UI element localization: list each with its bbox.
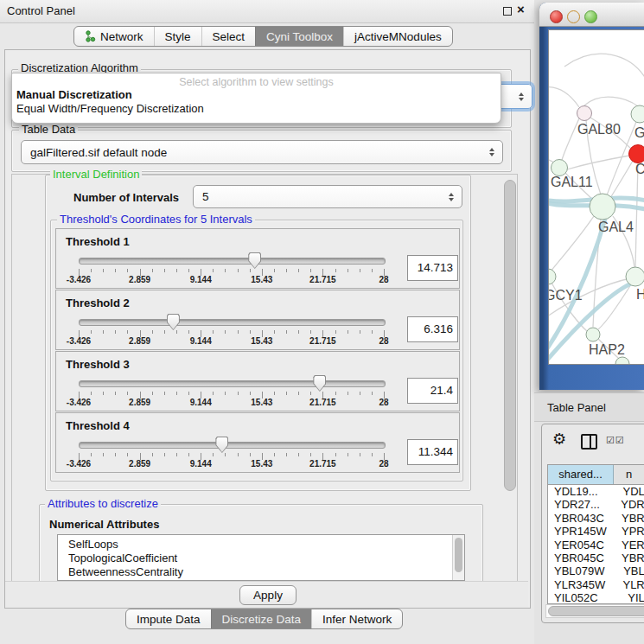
dropdown-option-equal-width-frequency-discretization[interactable]: Equal Width/Frequency Discretization	[12, 102, 501, 116]
network-node-ga[interactable]	[631, 105, 644, 123]
tab-label: jActiveMNodules	[354, 30, 442, 43]
numerical-attributes-list[interactable]: SelfLoopsTopologicalCoefficientBetweenne…	[57, 534, 465, 581]
tab-impute-data[interactable]: Impute Data	[126, 609, 211, 628]
threshold-label: Threshold 1	[66, 235, 130, 248]
horizontal-scrollbar[interactable]	[548, 606, 644, 616]
table-row[interactable]: YIL052CYIL0	[548, 591, 644, 604]
network-node-c[interactable]	[629, 145, 644, 163]
table-header-row: shared... n	[548, 465, 644, 485]
table-row[interactable]: YER054CYER0	[548, 539, 644, 552]
table-data-combo[interactable]: galFiltered.sif default node	[21, 140, 503, 164]
threshold-row-1: Threshold 1-3.4262.8599.14415.4321.71528…	[55, 228, 460, 289]
table-row[interactable]: YBR045CYBR0	[548, 552, 644, 564]
cell-shared-name: YDL19...	[548, 485, 613, 498]
threshold-row-2: Threshold 2-3.4262.8599.14415.4321.71528…	[55, 290, 460, 350]
node-label: GAL80	[577, 122, 621, 137]
zoom-traffic-light-icon[interactable]	[584, 10, 597, 23]
slider-track[interactable]	[79, 258, 386, 265]
tab-label: Network	[100, 30, 143, 43]
network-node-hap2[interactable]	[586, 328, 600, 341]
gear-icon[interactable]: ⚙	[552, 431, 566, 447]
table-panel: ⚙ ☑☑ shared... n YDL19...YDL1YDR27...YDR…	[541, 424, 644, 623]
network-edge	[635, 163, 638, 267]
tab-network[interactable]: Network	[74, 27, 154, 46]
network-edge	[584, 97, 638, 106]
columns-icon[interactable]	[581, 434, 597, 450]
apply-button[interactable]: Apply	[239, 585, 296, 605]
network-node-gal11[interactable]	[552, 160, 568, 176]
dropdown-options: Manual DiscretizationEqual Width/Frequen…	[12, 88, 501, 116]
dropdown-hint: Select algorithm to view settings	[12, 73, 501, 88]
table-row[interactable]: YDR27...YDR2	[548, 498, 644, 511]
table-row[interactable]: YPR145WYPR1	[548, 525, 644, 538]
node-label: GA	[634, 125, 644, 140]
list-scrollbar[interactable]	[455, 538, 462, 572]
slider-track[interactable]	[79, 442, 386, 449]
tab-label: Style	[165, 30, 191, 43]
network-node-gcy1[interactable]	[549, 269, 556, 284]
cell-shared-name: YBR045C	[548, 552, 612, 564]
tab-cyni-toolbox[interactable]: Cyni Toolbox	[255, 27, 343, 46]
network-canvas[interactable]: GAL80GACGAL11GAL4GCY1HHAP2	[548, 29, 644, 365]
tab-discretize-data[interactable]: Discretize Data	[211, 609, 312, 628]
tab-select[interactable]: Select	[201, 27, 256, 46]
threshold-label: Threshold 3	[66, 358, 130, 371]
node-table: shared... n YDL19...YDL1YDR27...YDR2YBR0…	[547, 464, 644, 604]
slider-thumb[interactable]	[248, 252, 261, 269]
cell-name: YPR1	[612, 525, 644, 538]
tab-style[interactable]: Style	[154, 27, 201, 46]
network-icon	[85, 30, 96, 42]
dropdown-option-manual-discretization[interactable]: Manual Discretization	[12, 88, 501, 102]
threshold-row-4: Threshold 4-3.4262.8599.14415.4321.71528…	[55, 412, 460, 473]
network-node-h[interactable]	[626, 267, 644, 286]
cell-name: YBR0	[612, 512, 644, 525]
node-label: GCY1	[549, 288, 583, 303]
slider-track[interactable]	[79, 380, 386, 387]
vertical-scrollbar[interactable]	[504, 180, 516, 491]
attribute-item-topologicalcoefficient[interactable]: TopologicalCoefficient	[58, 552, 464, 565]
column-header-name[interactable]: n	[614, 465, 644, 484]
slider-track[interactable]	[79, 319, 386, 326]
slider-tick-labels: -3.4262.8599.14415.4321.71528	[79, 275, 384, 285]
table-panel-header: Table Panel	[534, 392, 644, 422]
numerical-attributes-label: Numerical Attributes	[49, 518, 159, 531]
threshold-value-field[interactable]: 11.344	[407, 439, 458, 465]
node-label: GAL11	[551, 175, 593, 189]
slider-thumb[interactable]	[313, 375, 326, 392]
cell-shared-name: YDR27...	[548, 498, 611, 511]
cell-name: YER0	[612, 539, 644, 552]
network-edge	[549, 87, 579, 107]
table-row[interactable]: YDL19...YDL1	[548, 485, 644, 498]
slider-thumb[interactable]	[167, 314, 180, 330]
close-icon[interactable]: ×	[517, 2, 525, 16]
slider-tick-labels: -3.4262.8599.14415.4321.71528	[79, 398, 384, 408]
close-traffic-light-icon[interactable]	[550, 10, 563, 23]
minimize-traffic-light-icon[interactable]	[567, 10, 580, 23]
combo-stepper-icon	[489, 148, 494, 156]
node-label: HAP2	[589, 342, 625, 357]
tab-jactivemnodules[interactable]: jActiveMNodules	[343, 27, 452, 46]
cell-shared-name: YBL079W	[548, 564, 614, 577]
cell-shared-name: YLR345W	[548, 578, 613, 591]
attribute-item-betweennesscentrality[interactable]: BetweennessCentrality	[58, 565, 464, 579]
slider-thumb[interactable]	[215, 437, 228, 453]
num-intervals-combo[interactable]: 5	[193, 185, 462, 208]
attribute-items: SelfLoopsTopologicalCoefficientBetweenne…	[58, 535, 464, 579]
attribute-item-selfloops[interactable]: SelfLoops	[58, 538, 464, 552]
threshold-value-field[interactable]: 6.316	[407, 316, 458, 342]
network-edge	[564, 54, 644, 79]
network-node-gal80[interactable]	[577, 106, 592, 121]
threshold-value-field[interactable]: 21.4	[407, 378, 458, 404]
float-window-icon[interactable]	[503, 7, 512, 16]
node-label: C	[635, 162, 644, 176]
table-row[interactable]: YBL079WYBL0	[548, 564, 644, 577]
column-header-shared-name[interactable]: shared...	[548, 465, 614, 484]
table-row[interactable]: YLR345WYLR3	[548, 578, 644, 591]
cell-shared-name: YIL052C	[548, 591, 618, 604]
table-row[interactable]: YBR043CYBR0	[548, 512, 644, 525]
table-data-combo-value: galFiltered.sif default node	[30, 146, 167, 159]
threshold-value-field[interactable]: 14.713	[407, 255, 458, 281]
checkbox-icons[interactable]: ☑☑	[606, 435, 625, 446]
network-node-gal4[interactable]	[590, 194, 615, 220]
tab-infer-network[interactable]: Infer Network	[311, 609, 402, 628]
